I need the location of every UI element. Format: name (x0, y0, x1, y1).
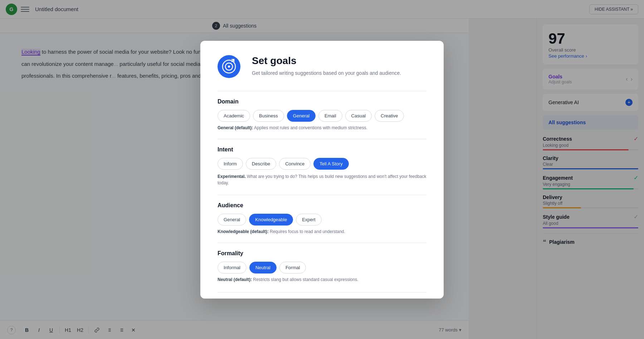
audience-general[interactable]: General (218, 214, 246, 226)
intent-tell-a-story[interactable]: Tell A Story (313, 158, 348, 170)
domain-creative[interactable]: Creative (375, 110, 404, 122)
formality-informal[interactable]: Informal (218, 262, 247, 273)
modal-subtitle: Get tailored writing suggestions based o… (252, 69, 401, 77)
domain-label: Domain (218, 98, 426, 105)
modal-overlay: Set goals Get tailored writing suggestio… (0, 0, 644, 339)
svg-point-15 (228, 66, 230, 68)
domain-business[interactable]: Business (253, 110, 284, 122)
audience-knowledgeable[interactable]: Knowledgeable (249, 214, 293, 226)
audience-description: Knowledgeable (default): Requires focus … (218, 229, 426, 234)
formality-section: Formality Informal Neutral Formal Neutra… (218, 243, 426, 282)
intent-label: Intent (218, 146, 426, 153)
formality-pills: Informal Neutral Formal (218, 262, 426, 273)
intent-inform[interactable]: Inform (218, 158, 243, 170)
modal-footer: ✓ Show Set Goals when I start a new docu… (218, 292, 426, 299)
domain-academic[interactable]: Academic (218, 110, 250, 122)
set-goals-modal: Set goals Get tailored writing suggestio… (200, 41, 444, 299)
domain-casual[interactable]: Casual (345, 110, 372, 122)
intent-section: Intent Inform Describe Convince Tell A S… (218, 139, 426, 186)
audience-pills: General Knowledgeable Expert (218, 214, 426, 226)
domain-general[interactable]: General (287, 110, 316, 122)
audience-section: Audience General Knowledgeable Expert Kn… (218, 195, 426, 234)
formality-description: Neutral (default): Restricts slang but a… (218, 277, 426, 282)
modal-title: Set goals (252, 55, 401, 67)
modal-icon (218, 55, 243, 81)
formality-label: Formality (218, 250, 426, 257)
formality-neutral[interactable]: Neutral (249, 262, 277, 273)
intent-convince[interactable]: Convince (279, 158, 311, 170)
domain-section: Domain Academic Business General Email C… (218, 91, 426, 130)
domain-description: General (default): Applies most rules an… (218, 125, 426, 130)
intent-experimental-text: Experimental. What are you trying to do?… (218, 173, 426, 186)
audience-expert[interactable]: Expert (296, 214, 322, 226)
domain-email[interactable]: Email (318, 110, 342, 122)
intent-pills: Inform Describe Convince Tell A Story (218, 158, 426, 170)
domain-pills: Academic Business General Email Casual C… (218, 110, 426, 122)
intent-describe[interactable]: Describe (246, 158, 276, 170)
target-icon (221, 59, 237, 74)
formality-formal[interactable]: Formal (279, 262, 306, 273)
audience-label: Audience (218, 202, 426, 209)
